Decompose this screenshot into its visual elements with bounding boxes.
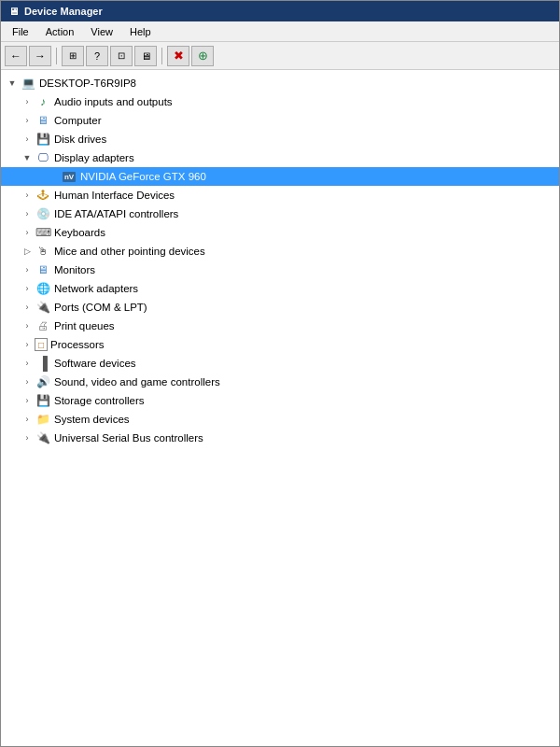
keyboard-expand[interactable]: ›	[20, 225, 35, 240]
monitors-icon: 🖥	[35, 262, 51, 277]
tree-item-audio[interactable]: › ♪ Audio inputs and outputs	[1, 92, 559, 111]
menu-bar: File Action View Help	[1, 21, 559, 42]
storage-icon: 💾	[35, 393, 51, 408]
back-button[interactable]: ←	[5, 46, 27, 66]
tree-item-gpu[interactable]: nV NVIDIA GeForce GTX 960	[1, 167, 559, 186]
disk-icon: 💾	[35, 132, 51, 147]
computer-label: Computer	[54, 115, 102, 126]
hid-icon: 🕹	[35, 188, 51, 203]
title-bar-icon: 🖥	[8, 6, 19, 17]
tree-item-printq[interactable]: › 🖨 Print queues	[1, 317, 559, 335]
audio-label: Audio inputs and outputs	[54, 96, 173, 107]
usb-icon: 🔌	[35, 430, 51, 445]
mouse-expand[interactable]: ▷	[20, 244, 35, 259]
tree-item-processors[interactable]: › □ Processors	[1, 335, 559, 354]
disk-expand[interactable]: ›	[20, 132, 35, 147]
tree-item-keyboard[interactable]: › ⌨ Keyboards	[1, 223, 559, 242]
root-label: DESKTOP-T6R9IP8	[39, 78, 136, 89]
display-icon: 🖵	[35, 150, 51, 165]
toolbar-btn-5[interactable]: ⊡	[110, 46, 133, 66]
printq-expand[interactable]: ›	[20, 318, 35, 333]
tree-item-usb[interactable]: › 🔌 Universal Serial Bus controllers	[1, 429, 559, 447]
tree-item-hid[interactable]: › 🕹 Human Interface Devices	[1, 186, 559, 204]
title-bar: 🖥 Device Manager	[1, 1, 559, 21]
forward-button[interactable]: →	[29, 46, 51, 66]
content-area[interactable]: ▼ 💻 DESKTOP-T6R9IP8 › ♪ Audio inputs and…	[1, 70, 559, 746]
sound-label: Sound, video and game controllers	[54, 376, 220, 388]
keyboard-label: Keyboards	[54, 227, 105, 238]
toolbar-uninstall-button[interactable]: ✖	[167, 46, 189, 66]
tree-item-system[interactable]: › 📁 System devices	[1, 410, 559, 429]
tree-item-display[interactable]: ▼ 🖵 Display adapters	[1, 148, 559, 167]
printq-label: Print queues	[54, 320, 115, 331]
mouse-label: Mice and other pointing devices	[54, 246, 205, 257]
monitors-label: Monitors	[54, 264, 95, 275]
title-bar-text: Device Manager	[24, 6, 103, 17]
processors-icon: □	[35, 338, 48, 351]
storage-expand[interactable]: ›	[20, 393, 35, 408]
tree-item-network[interactable]: › 🌐 Network adapters	[1, 279, 559, 298]
system-icon: 📁	[35, 412, 51, 427]
toolbar-sep-1	[56, 48, 57, 64]
hid-expand[interactable]: ›	[20, 188, 35, 203]
software-expand[interactable]: ›	[20, 356, 35, 371]
audio-expand[interactable]: ›	[20, 94, 35, 109]
tree-item-ports[interactable]: › 🔌 Ports (COM & LPT)	[1, 298, 559, 317]
sound-icon: 🔊	[35, 374, 51, 389]
ports-label: Ports (COM & LPT)	[54, 302, 147, 313]
menu-file[interactable]: File	[5, 24, 36, 39]
menu-help[interactable]: Help	[122, 24, 159, 39]
tree-item-mouse[interactable]: ▷ 🖱 Mice and other pointing devices	[1, 242, 559, 261]
tree-item-storage[interactable]: › 💾 Storage controllers	[1, 391, 559, 410]
usb-expand[interactable]: ›	[20, 430, 35, 445]
ide-icon: 💿	[35, 206, 51, 221]
tree-item-disk[interactable]: › 💾 Disk drives	[1, 130, 559, 148]
tree-item-software[interactable]: › ▐ Software devices	[1, 354, 559, 373]
display-expand[interactable]: ▼	[20, 150, 35, 165]
hid-label: Human Interface Devices	[54, 190, 175, 201]
software-label: Software devices	[54, 358, 136, 369]
tree-item-ide[interactable]: › 💿 IDE ATA/ATAPI controllers	[1, 204, 559, 223]
computer-expand[interactable]: ›	[20, 113, 35, 128]
toolbar-scan-button[interactable]: ⊕	[191, 46, 214, 66]
toolbar-sep-2	[161, 48, 162, 64]
network-icon: 🌐	[35, 281, 51, 296]
network-expand[interactable]: ›	[20, 281, 35, 296]
device-manager-window: 🖥 Device Manager File Action View Help ←…	[0, 0, 560, 747]
gpu-label: NVIDIA GeForce GTX 960	[80, 171, 206, 182]
ports-expand[interactable]: ›	[20, 300, 35, 315]
software-icon: ▐	[35, 356, 51, 371]
tree-root[interactable]: ▼ 💻 DESKTOP-T6R9IP8	[1, 74, 559, 92]
printq-icon: 🖨	[35, 318, 51, 333]
network-label: Network adapters	[54, 283, 138, 294]
computer-icon: 🖥	[35, 113, 51, 128]
storage-label: Storage controllers	[54, 395, 145, 406]
toolbar-btn-3[interactable]: ⊞	[62, 46, 84, 66]
ide-label: IDE ATA/ATAPI controllers	[54, 208, 178, 219]
disk-label: Disk drives	[54, 134, 106, 145]
system-expand[interactable]: ›	[20, 412, 35, 427]
root-expand-btn[interactable]: ▼	[5, 76, 20, 91]
tree-item-monitors[interactable]: › 🖥 Monitors	[1, 261, 559, 279]
toolbar: ← → ⊞ ? ⊡ 🖥 ✖ ⊕	[1, 42, 559, 70]
processors-label: Processors	[50, 339, 105, 350]
processors-expand[interactable]: ›	[20, 337, 35, 352]
ports-icon: 🔌	[35, 300, 51, 315]
tree-item-sound[interactable]: › 🔊 Sound, video and game controllers	[1, 373, 559, 391]
mouse-icon: 🖱	[35, 244, 51, 259]
toolbar-help-button[interactable]: ?	[86, 46, 108, 66]
audio-icon: ♪	[35, 94, 51, 109]
system-label: System devices	[54, 414, 130, 425]
toolbar-btn-6[interactable]: 🖥	[134, 46, 157, 66]
display-label: Display adapters	[54, 152, 134, 163]
ide-expand[interactable]: ›	[20, 206, 35, 221]
root-icon: 💻	[20, 76, 36, 91]
tree-item-computer[interactable]: › 🖥 Computer	[1, 111, 559, 130]
menu-action[interactable]: Action	[38, 24, 82, 39]
sound-expand[interactable]: ›	[20, 374, 35, 389]
keyboard-icon: ⌨	[35, 225, 51, 240]
usb-label: Universal Serial Bus controllers	[54, 432, 203, 444]
menu-view[interactable]: View	[83, 24, 120, 39]
monitors-expand[interactable]: ›	[20, 262, 35, 277]
gpu-icon: nV	[61, 169, 77, 184]
